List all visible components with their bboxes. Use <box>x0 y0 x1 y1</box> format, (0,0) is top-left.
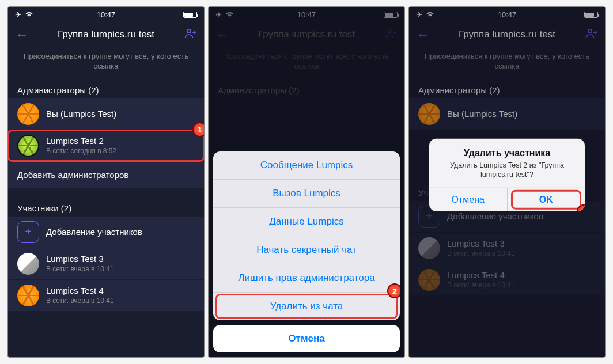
join-hint: Присоединиться к группе могут все, у ког… <box>8 47 204 79</box>
sheet-info[interactable]: Данные Lumpics <box>213 208 400 236</box>
sheet-secret-chat[interactable]: Начать секретный чат <box>213 236 400 264</box>
sheet-cancel[interactable]: Отмена <box>213 325 400 352</box>
admin-name: Вы (Lumpics Test) <box>46 109 195 119</box>
status-bar: ✈ 10:47 <box>8 7 204 22</box>
members-header: Участники (2) <box>8 198 204 217</box>
member-status: В сети: вчера в 10:41 <box>46 297 195 305</box>
action-sheet: Сообщение Lumpics Вызов Lumpics Данные L… <box>213 151 400 352</box>
add-admins[interactable]: Добавить администраторов <box>8 162 204 188</box>
svg-point-0 <box>187 29 191 33</box>
add-members[interactable]: + Добавление участников <box>8 217 204 248</box>
alert-cancel-button[interactable]: Отмена <box>429 188 508 211</box>
sheet-remove-from-chat[interactable]: Удалить из чата 2 <box>213 293 400 320</box>
plus-icon: + <box>17 221 39 243</box>
sheet-message[interactable]: Сообщение Lumpics <box>213 151 400 180</box>
avatar-icon <box>17 135 39 157</box>
alert-title: Удалить участника <box>437 148 577 158</box>
step-badge-2: 2 <box>387 283 400 298</box>
alert-message: Удалить Lumpics Test 2 из "Группа lumpic… <box>437 161 577 180</box>
admins-header: Администраторы (2) <box>8 79 204 98</box>
avatar-icon <box>17 253 39 275</box>
confirm-alert: Удалить участника Удалить Lumpics Test 2… <box>429 139 585 211</box>
wifi-icon <box>25 10 33 19</box>
phone-screen-2: ✈ 10:47 ← Группа lumpics.ru test Присоед… <box>208 6 405 358</box>
avatar-icon <box>17 103 39 125</box>
step-badge-1: 1 <box>192 122 205 137</box>
admin-row-target[interactable]: Lumpics Test 2 В сети: сегодня в 8:52 1 <box>8 130 204 162</box>
sheet-revoke-admin[interactable]: Лишить прав администратора <box>213 264 400 293</box>
airplane-icon: ✈ <box>15 10 21 19</box>
phone-screen-1: ✈ 10:47 ← Группа lumpics.ru test Присоед… <box>7 6 205 358</box>
member-name: Lumpics Test 4 <box>46 286 195 295</box>
member-name: Lumpics Test 3 <box>46 254 195 264</box>
admin-name: Lumpics Test 2 <box>46 136 195 146</box>
member-row[interactable]: Lumpics Test 3 В сети: вчера в 10:41 <box>8 248 204 280</box>
nav-bar: ← Группа lumpics.ru test <box>8 22 204 47</box>
phone-screen-3: ✈ 10:47 ← Группа lumpics.ru test Присоед… <box>408 6 606 358</box>
battery-icon <box>183 12 197 18</box>
add-person-icon[interactable] <box>180 27 197 42</box>
alert-ok-button[interactable]: OK 3 <box>508 188 585 211</box>
page-title: Группа lumpics.ru test <box>32 29 180 40</box>
member-row[interactable]: Lumpics Test 4 В сети: вчера в 10:41 <box>8 280 204 312</box>
sheet-call[interactable]: Вызов Lumpics <box>213 180 400 208</box>
member-status: В сети: вчера в 10:41 <box>46 265 195 273</box>
admin-status: В сети: сегодня в 8:52 <box>46 147 195 155</box>
back-button[interactable]: ← <box>15 26 32 43</box>
avatar-icon <box>17 285 39 306</box>
add-members-label: Добавление участников <box>46 227 195 237</box>
status-time: 10:47 <box>97 10 116 19</box>
admin-row-you[interactable]: Вы (Lumpics Test) <box>8 98 204 130</box>
